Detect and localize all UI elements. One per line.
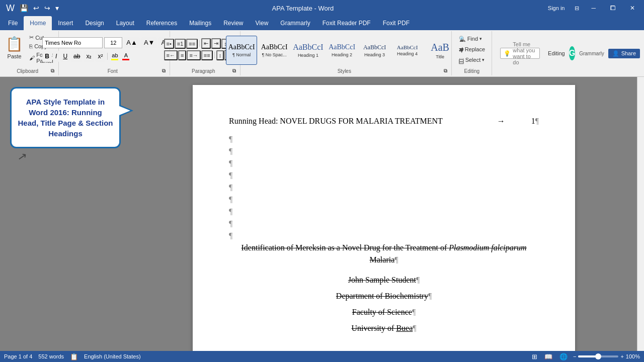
- style-no-space[interactable]: AaBbCcI ¶ No Spac...: [259, 36, 290, 65]
- styles-group: AaBbCcI ¶ Normal AaBbCcI ¶ No Spac... Aa…: [240, 31, 452, 75]
- clipboard-expand-icon[interactable]: ⧉: [51, 68, 54, 74]
- paste-icon: 📋: [6, 36, 23, 52]
- style-nospace-preview: AaBbCcI: [261, 43, 288, 51]
- font-color-button[interactable]: A: [121, 52, 131, 61]
- justify-button[interactable]: ≡≡: [201, 50, 213, 60]
- select-dropdown-icon: ▾: [482, 57, 485, 62]
- para-label-row: Paragraph ⧉: [172, 66, 238, 75]
- university-para-mark: ¶: [413, 324, 416, 332]
- italic-button[interactable]: I: [53, 51, 59, 62]
- style-heading2[interactable]: AaBbCcI Heading 2: [327, 36, 358, 65]
- decrease-font-button[interactable]: A▼: [141, 37, 157, 48]
- zoom-in-icon[interactable]: +: [620, 353, 623, 359]
- zoom-percent: 100%: [626, 353, 640, 359]
- web-layout-button[interactable]: 🌐: [558, 352, 569, 361]
- style-h2-preview: AaBbCcI: [329, 43, 355, 51]
- paste-button[interactable]: 📋 Paste: [3, 33, 26, 61]
- style-heading3[interactable]: AaBbCcI Heading 3: [359, 36, 390, 65]
- tab-insert[interactable]: Insert: [52, 16, 79, 30]
- decrease-indent-button[interactable]: ⇤: [201, 38, 211, 49]
- print-layout-view-button[interactable]: ⊞: [530, 352, 539, 361]
- save-icon[interactable]: 💾: [18, 3, 30, 13]
- redo-icon[interactable]: ↪: [42, 3, 52, 13]
- font-expand-icon[interactable]: ⧉: [162, 68, 166, 74]
- find-button[interactable]: 🔍 Find ▾: [456, 34, 488, 44]
- increase-font-button[interactable]: A▲: [124, 37, 140, 48]
- bullets-button[interactable]: ≡•: [164, 39, 174, 49]
- replace-button[interactable]: ⇄ Replace: [456, 45, 488, 54]
- undo-icon[interactable]: ↩: [31, 3, 41, 13]
- align-right-button[interactable]: ≡→: [187, 50, 200, 60]
- doc-university: University of Buea¶: [229, 322, 539, 334]
- multilevel-list-button[interactable]: ≡≡: [186, 39, 198, 49]
- strikethrough-button[interactable]: ab: [71, 51, 83, 62]
- style-h1-preview: AaBbCcI: [293, 43, 323, 52]
- doc-scroll[interactable]: Running Head: NOVEL DRUGS FOR MALARIA TR…: [131, 77, 637, 351]
- font-group: A▲ A▼ Aa ⌫ B I U ab x₂ x² ab A: [59, 31, 170, 75]
- tab-design[interactable]: Design: [79, 16, 110, 30]
- tab-grammarly[interactable]: Grammarly: [274, 16, 316, 30]
- subscript-button[interactable]: x₂: [84, 51, 94, 62]
- quick-access-toolbar: W 💾 ↩ ↪ ▾: [4, 2, 61, 15]
- author-para-mark: ¶: [416, 276, 420, 284]
- select-button[interactable]: ⬚ Select ▾: [456, 55, 488, 65]
- restore-button[interactable]: ⧠: [605, 0, 621, 16]
- editing-mode-label: Editing: [548, 50, 565, 56]
- align-left-button[interactable]: ≡←: [164, 50, 178, 60]
- font-size-input[interactable]: [104, 37, 122, 48]
- minimize-button[interactable]: ─: [586, 0, 601, 16]
- tab-view[interactable]: View: [250, 16, 275, 30]
- read-mode-button[interactable]: 📖: [543, 352, 554, 361]
- text-highlight-button[interactable]: ab: [110, 52, 120, 61]
- sign-in-button[interactable]: Sign in: [545, 4, 568, 12]
- title-bar-right: Sign in ⊟ ─ ⧠ ✕: [545, 0, 640, 16]
- tab-home[interactable]: Home: [24, 16, 52, 30]
- title-bar: W 💾 ↩ ↪ ▾ APA Template - Word Sign in ⊟ …: [0, 0, 644, 16]
- style-normal-label: ¶ Normal: [232, 52, 251, 57]
- styles-expand-icon[interactable]: ⧉: [444, 68, 447, 74]
- zoom-thumb[interactable]: [595, 353, 601, 359]
- font-name-input[interactable]: [42, 37, 103, 48]
- style-title[interactable]: AaB Title: [425, 36, 456, 65]
- tab-layout[interactable]: Layout: [110, 16, 140, 30]
- copy-icon: ⎘: [29, 43, 33, 49]
- style-heading4[interactable]: AaBbCcI Heading 4: [392, 36, 423, 65]
- font-divider: [107, 53, 108, 60]
- right-scrollbar[interactable]: [637, 77, 644, 351]
- replace-icon: ⇄: [459, 46, 463, 53]
- select-icon: ⬚: [459, 57, 464, 63]
- grammarly-button[interactable]: G: [569, 46, 575, 60]
- tell-me-input[interactable]: 💡 Tell me what you want to do: [500, 48, 540, 59]
- tab-review[interactable]: Review: [217, 16, 249, 30]
- tab-file[interactable]: File: [2, 16, 24, 30]
- para-expand-icon[interactable]: ⧉: [232, 68, 236, 74]
- zoom-slider[interactable]: − + 100%: [573, 353, 640, 359]
- ribbon-display-icon[interactable]: ⊟: [572, 4, 582, 13]
- tab-arrow: →: [487, 115, 505, 127]
- tab-mailings[interactable]: Mailings: [183, 16, 217, 30]
- zoom-out-icon[interactable]: −: [573, 353, 576, 359]
- title-strikethrough: Identification of Mereksin as a Novel Dr…: [242, 243, 449, 252]
- increase-indent-button[interactable]: ⇥: [211, 38, 221, 49]
- tab-references[interactable]: References: [140, 16, 183, 30]
- bold-button[interactable]: B: [42, 51, 52, 62]
- proofing-icon[interactable]: 📋: [70, 353, 78, 360]
- customize-icon[interactable]: ▾: [53, 3, 61, 13]
- style-normal[interactable]: AaBbCcI ¶ Normal: [226, 36, 257, 65]
- tab-foxit-pdf2[interactable]: Foxit PDF: [377, 16, 416, 30]
- doc-author: John Sample Student¶: [229, 274, 539, 286]
- superscript-button[interactable]: x²: [95, 51, 105, 62]
- style-heading1[interactable]: AaBbCcI Heading 1: [291, 36, 325, 65]
- doc-department: Department of Biochemistry¶: [229, 290, 539, 302]
- underline-button[interactable]: U: [60, 51, 70, 62]
- cursor-pointer: ↗: [17, 150, 28, 164]
- zoom-track[interactable]: [578, 355, 618, 357]
- align-center-button[interactable]: ≡: [178, 50, 186, 60]
- tab-foxit-pdf[interactable]: Foxit Reader PDF: [316, 16, 377, 30]
- word-icon: W: [4, 2, 17, 15]
- numbering-button[interactable]: ≡1: [175, 39, 186, 49]
- callout-text: APA Style Template in Word 2016: Running…: [18, 98, 113, 138]
- line-spacing-button[interactable]: ↕: [216, 50, 224, 60]
- close-button[interactable]: ✕: [625, 0, 640, 16]
- share-button[interactable]: 👤 Share: [608, 49, 640, 58]
